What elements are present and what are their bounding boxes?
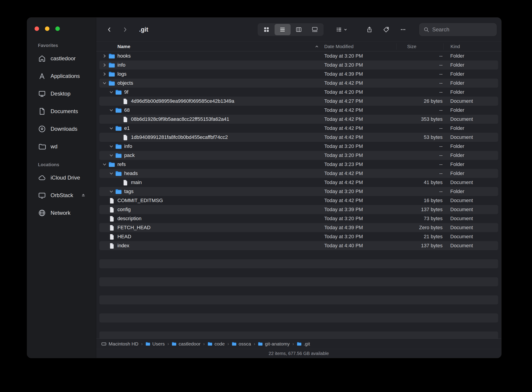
file-row[interactable]: 4d96d5b00d98959ea9960f069585ce42b1349aTo… xyxy=(99,97,498,106)
cell-name: logs xyxy=(99,71,324,77)
file-name: 9f xyxy=(124,89,128,95)
file-row[interactable]: configToday at 3:39 PM137 bytesDocument xyxy=(99,205,498,214)
folder-icon xyxy=(115,89,122,95)
file-row[interactable]: logsToday at 4:39 PM--Folder xyxy=(99,70,498,79)
file-row[interactable]: infoToday at 3:20 PM--Folder xyxy=(99,61,498,70)
empty-row xyxy=(99,268,498,277)
empty-row xyxy=(99,259,498,268)
file-row[interactable]: 68Today at 4:42 PM--Folder xyxy=(99,106,498,115)
disclosure-chevron-icon[interactable] xyxy=(108,126,115,131)
breadcrumb-label: code xyxy=(215,341,225,347)
breadcrumb-item[interactable]: code xyxy=(208,341,225,347)
disclosure-chevron-icon[interactable] xyxy=(108,153,115,158)
chevron-down-icon xyxy=(344,28,347,31)
sidebar-item-applications[interactable]: Applications xyxy=(27,67,96,85)
column-header-kind[interactable]: Kind xyxy=(443,43,498,50)
file-row[interactable]: 1db9408991281fa8fc0b0bd455ecaffbf74cc2To… xyxy=(99,133,498,142)
view-icons-button[interactable] xyxy=(258,24,275,35)
view-columns-button[interactable] xyxy=(291,24,307,35)
document-icon xyxy=(121,98,129,104)
file-row[interactable]: infoToday at 3:20 PM--Folder xyxy=(99,142,498,151)
cell-size: -- xyxy=(397,71,443,77)
sidebar-item-documents[interactable]: Documents xyxy=(27,103,96,120)
cell-kind: Document xyxy=(443,180,498,185)
file-row[interactable]: indexToday at 4:40 PM137 bytesDocument xyxy=(99,241,498,250)
breadcrumb-item[interactable]: Macintosh HD xyxy=(101,341,138,347)
cell-kind: Folder xyxy=(443,143,498,149)
file-name: HEAD xyxy=(117,234,131,240)
zoom-button[interactable] xyxy=(55,26,60,31)
search-input[interactable] xyxy=(432,26,493,33)
file-row[interactable]: packToday at 3:20 PM--Folder xyxy=(99,151,498,160)
sidebar-item-orbstack[interactable]: OrbStack xyxy=(27,187,96,204)
cell-size: -- xyxy=(397,143,443,149)
sidebar-item-castledoor[interactable]: castledoor xyxy=(27,50,96,67)
file-row[interactable]: objectsToday at 4:42 PM--Folder xyxy=(99,79,498,88)
disk-icon xyxy=(101,341,107,347)
disclosure-chevron-icon[interactable] xyxy=(101,63,108,67)
minimize-button[interactable] xyxy=(45,26,49,31)
forward-button[interactable] xyxy=(119,23,131,36)
file-row[interactable]: descriptionToday at 3:20 PM73 bytesDocum… xyxy=(99,214,498,223)
disclosure-chevron-icon[interactable] xyxy=(108,90,115,94)
folder-icon xyxy=(115,144,122,149)
file-row[interactable]: 9fToday at 4:20 PM--Folder xyxy=(99,88,498,97)
breadcrumb-item[interactable]: castledoor xyxy=(172,341,201,347)
file-row[interactable]: COMMIT_EDITMSGToday at 4:42 PM16 bytesDo… xyxy=(99,196,498,205)
back-button[interactable] xyxy=(103,23,116,36)
disclosure-chevron-icon[interactable] xyxy=(108,189,115,194)
file-row[interactable]: HEADToday at 3:20 PM21 bytesDocument xyxy=(99,232,498,241)
view-list-button[interactable] xyxy=(275,24,291,35)
display-icon xyxy=(38,191,46,199)
eject-icon[interactable] xyxy=(81,193,86,198)
file-name: heads xyxy=(124,170,138,176)
breadcrumb-item[interactable]: .git xyxy=(297,341,310,347)
cell-size: 26 bytes xyxy=(397,98,443,104)
sidebar-item-wd[interactable]: wd xyxy=(27,138,96,155)
view-switcher xyxy=(258,23,324,36)
disclosure-chevron-icon[interactable] xyxy=(101,54,108,58)
cell-size: Zero bytes xyxy=(397,225,443,231)
column-header-size[interactable]: Size xyxy=(397,43,443,50)
group-by-button[interactable] xyxy=(332,23,350,36)
column-header-date-modified[interactable]: Date Modified xyxy=(324,44,397,49)
sidebar-item-desktop[interactable]: Desktop xyxy=(27,85,96,103)
tag-button[interactable] xyxy=(378,23,394,36)
file-row[interactable]: tagsToday at 3:20 PM--Folder xyxy=(99,187,498,196)
cell-date-modified: Today at 3:20 PM xyxy=(324,216,397,222)
sidebar: FavoritescastledoorApplicationsDesktopDo… xyxy=(27,18,96,358)
disclosure-chevron-icon[interactable] xyxy=(108,171,115,176)
cell-date-modified: Today at 3:23 PM xyxy=(324,161,397,167)
file-row[interactable]: headsToday at 4:42 PM--Folder xyxy=(99,169,498,178)
file-row[interactable]: mainToday at 4:42 PM41 bytesDocument xyxy=(99,178,498,187)
close-button[interactable] xyxy=(35,26,39,31)
main-pane: .git xyxy=(96,18,501,358)
disclosure-chevron-icon[interactable] xyxy=(108,108,115,112)
file-row[interactable]: refsToday at 3:23 PM--Folder xyxy=(99,160,498,169)
more-options-button[interactable] xyxy=(395,23,411,36)
disclosure-chevron-icon[interactable] xyxy=(101,162,108,167)
file-row[interactable]: e1Today at 4:42 PM--Folder xyxy=(99,124,498,133)
file-row[interactable]: 08b6d1928c9f9b5aeac8cc22ff55153fa62a41To… xyxy=(99,115,498,124)
file-row[interactable]: FETCH_HEADToday at 4:39 PMZero bytesDocu… xyxy=(99,223,498,232)
search-field[interactable] xyxy=(419,23,497,36)
sidebar-item-downloads[interactable]: Downloads xyxy=(27,120,96,138)
file-name: FETCH_HEAD xyxy=(117,225,151,231)
folder-icon xyxy=(108,162,116,167)
file-row[interactable]: hooksToday at 3:20 PM--Folder xyxy=(99,51,498,61)
cell-name: 1db9408991281fa8fc0b0bd455ecaffbf74cc2 xyxy=(99,134,324,140)
sidebar-item-icloud-drive[interactable]: iCloud Drive xyxy=(27,169,96,187)
breadcrumb-item[interactable]: ossca xyxy=(232,341,251,347)
cell-size: 137 bytes xyxy=(397,207,443,212)
path-bar: Macintosh HD›Users›castledoor›code›ossca… xyxy=(96,338,501,349)
cell-name: 08b6d1928c9f9b5aeac8cc22ff55153fa62a41 xyxy=(99,116,324,122)
breadcrumb-item[interactable]: Users xyxy=(145,341,165,347)
column-header-name[interactable]: Name xyxy=(99,44,324,49)
disclosure-chevron-icon[interactable] xyxy=(108,144,115,149)
view-gallery-button[interactable] xyxy=(307,24,323,35)
share-button[interactable] xyxy=(362,23,377,36)
breadcrumb-item[interactable]: git-anatomy xyxy=(258,341,290,347)
disclosure-chevron-icon[interactable] xyxy=(101,72,108,76)
disclosure-chevron-icon[interactable] xyxy=(101,81,108,85)
sidebar-item-network[interactable]: Network xyxy=(27,204,96,222)
